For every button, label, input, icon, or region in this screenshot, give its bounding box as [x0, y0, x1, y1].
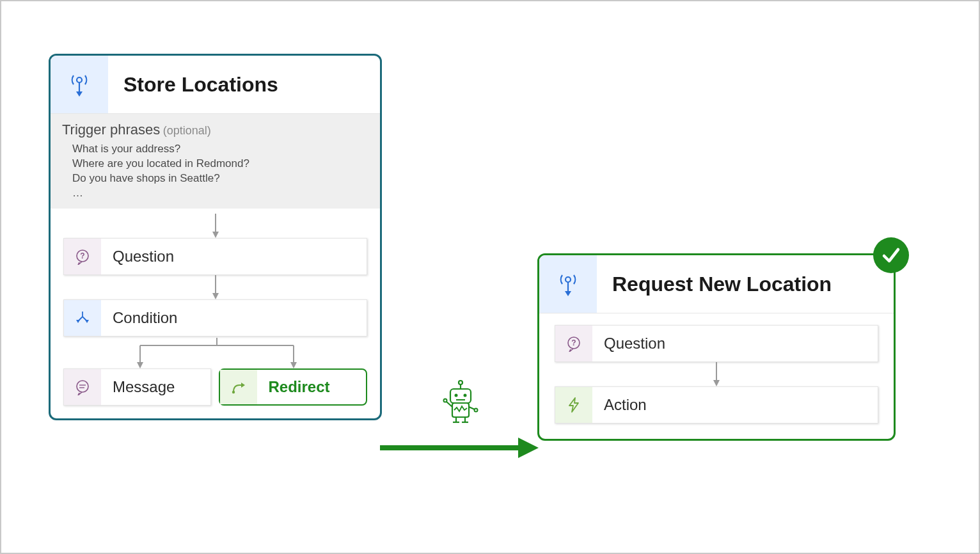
trigger-phrase: What is your address? — [72, 142, 368, 157]
connector-arrow — [63, 275, 367, 299]
trigger-phrases-section[interactable]: Trigger phrases (optional) What is your … — [51, 114, 380, 209]
redirect-node[interactable]: Redirect — [219, 368, 368, 406]
flow-body: ? Question Action — [539, 313, 894, 439]
broadcast-icon — [558, 272, 578, 296]
branch-connector — [63, 338, 367, 368]
topic-icon — [51, 56, 108, 113]
question-node-label: Question — [592, 326, 665, 361]
svg-point-25 — [464, 394, 467, 397]
trigger-phrases-label: Trigger phrases — [62, 122, 160, 138]
svg-point-21 — [459, 381, 462, 384]
topic-title: Store Locations — [108, 73, 278, 97]
lightning-icon — [555, 387, 592, 423]
branch-row: Message Redirect — [63, 368, 367, 406]
svg-text:?: ? — [80, 251, 84, 260]
question-bubble-icon: ? — [64, 239, 101, 274]
topic-title: Request New Location — [597, 273, 832, 296]
svg-point-20 — [232, 391, 234, 393]
question-node-label: Question — [101, 239, 174, 274]
message-node[interactable]: Message — [63, 368, 211, 406]
question-bubble-icon: ? — [555, 326, 592, 361]
svg-marker-40 — [565, 291, 571, 296]
question-node[interactable]: ? Question — [63, 238, 367, 275]
question-node[interactable]: ? Question — [555, 325, 878, 362]
svg-marker-10 — [85, 320, 89, 323]
condition-node-label: Condition — [101, 300, 177, 336]
action-node-label: Action — [592, 387, 647, 423]
diagram-canvas: Store Locations Trigger phrases (optiona… — [1, 1, 979, 553]
trigger-phrases-list: What is your address? Where are you loca… — [62, 138, 368, 201]
success-badge — [873, 237, 909, 273]
redirect-arrow — [380, 435, 539, 461]
svg-line-30 — [469, 407, 475, 409]
svg-point-16 — [77, 381, 88, 392]
trigger-optional-label: (optional) — [163, 124, 211, 137]
redirect-node-label: Redirect — [257, 370, 330, 404]
svg-marker-9 — [76, 320, 80, 323]
connector-arrow — [63, 214, 367, 238]
topic-card-request-new-location: Request New Location ? Question Action — [537, 253, 896, 441]
topic-icon — [539, 255, 597, 313]
action-node[interactable]: Action — [555, 386, 878, 423]
svg-text:?: ? — [571, 338, 576, 347]
trigger-phrase: Where are you located in Redmond? — [72, 157, 368, 171]
svg-point-38 — [565, 277, 571, 282]
message-node-label: Message — [101, 369, 175, 405]
svg-point-0 — [77, 77, 82, 83]
topic-header: Store Locations — [51, 56, 380, 114]
svg-point-24 — [455, 394, 458, 397]
trigger-phrase: Do you have shops in Seattle? — [72, 171, 368, 186]
robot-icon — [435, 377, 486, 429]
svg-marker-13 — [137, 362, 143, 368]
svg-marker-2 — [76, 91, 83, 97]
condition-node[interactable]: Condition — [63, 299, 367, 336]
svg-marker-8 — [212, 293, 219, 299]
topic-header: Request New Location — [539, 255, 894, 313]
svg-point-29 — [444, 399, 447, 402]
svg-marker-15 — [290, 362, 297, 368]
svg-point-31 — [475, 409, 478, 412]
svg-marker-37 — [518, 438, 539, 458]
svg-marker-44 — [713, 380, 720, 386]
chat-bubble-icon — [64, 369, 101, 405]
trigger-phrase: … — [72, 186, 368, 201]
broadcast-icon — [69, 72, 90, 97]
svg-rect-23 — [450, 389, 471, 403]
route-arrow-icon — [220, 370, 257, 404]
svg-marker-4 — [212, 232, 219, 238]
svg-marker-19 — [241, 383, 245, 388]
connector-arrow — [555, 362, 878, 386]
checkmark-icon — [880, 244, 902, 266]
flow-body: ? Question Condition — [51, 209, 380, 418]
branch-icon — [64, 300, 101, 336]
topic-card-store-locations: Store Locations Trigger phrases (optiona… — [49, 54, 382, 420]
